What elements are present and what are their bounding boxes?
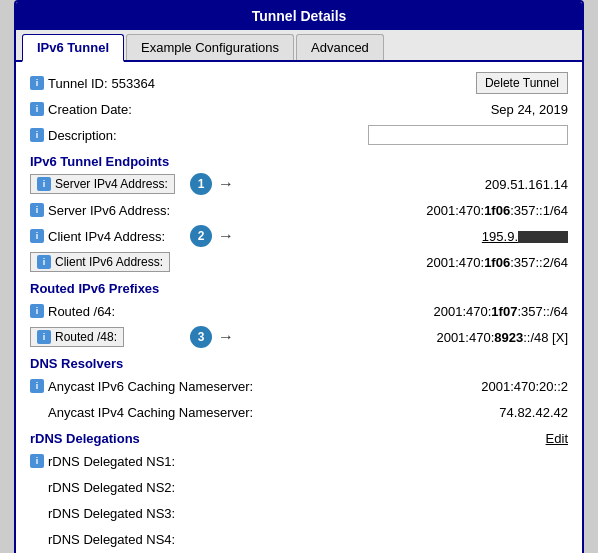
- tunnel-id-icon: i: [30, 76, 44, 90]
- dns-section-header: DNS Resolvers: [30, 356, 568, 371]
- creation-date-icon: i: [30, 102, 44, 116]
- tab-content: i Tunnel ID: 553364 Delete Tunnel i Crea…: [16, 62, 582, 553]
- client-ipv4-icon: i: [30, 229, 44, 243]
- circle-3: 3: [190, 326, 212, 348]
- routed-48-value: 2001:470:8923::/48 [X]: [240, 330, 568, 345]
- routed-64-icon: i: [30, 304, 44, 318]
- server-ipv4-label: Server IPv4 Address:: [55, 177, 168, 191]
- dns-ipv4-value: 74.82.42.42: [253, 405, 568, 420]
- rdns-ns2-label: rDNS Delegated NS2:: [48, 480, 175, 495]
- description-label: Description:: [48, 128, 117, 143]
- redacted-ip: [518, 231, 568, 243]
- routed-48-label: Routed /48:: [55, 330, 117, 344]
- rdns-ns3-label: rDNS Delegated NS3:: [48, 506, 175, 521]
- endpoints-section-header: IPv6 Tunnel Endpoints: [30, 154, 568, 169]
- routed-64-value: 2001:470:1f07:357::/64: [190, 304, 568, 319]
- client-ipv6-row: i Client IPv6 Address: 2001:470:1f06:357…: [30, 251, 568, 273]
- tunnel-id-value: 553364: [112, 76, 155, 91]
- routed-64-label: Routed /64:: [48, 304, 115, 319]
- tab-bar: IPv6 Tunnel Example Configurations Advan…: [16, 30, 582, 62]
- arrow-3: →: [218, 328, 234, 346]
- description-input[interactable]: [368, 125, 568, 145]
- rdns-section-header: rDNS Delegations: [30, 431, 140, 446]
- tab-example-configurations[interactable]: Example Configurations: [126, 34, 294, 60]
- dns-ipv6-icon: i: [30, 379, 44, 393]
- arrow-1: →: [218, 175, 234, 193]
- server-ipv6-row: i Server IPv6 Address: 2001:470:1f06:357…: [30, 199, 568, 221]
- tunnel-details-window: Tunnel Details IPv6 Tunnel Example Confi…: [14, 0, 584, 553]
- routed-48-icon: i: [37, 330, 51, 344]
- tunnel-id-label: Tunnel ID:: [48, 76, 108, 91]
- tab-advanced[interactable]: Advanced: [296, 34, 384, 60]
- tunnel-id-row: i Tunnel ID: 553364 Delete Tunnel: [30, 72, 568, 94]
- rdns-ns3-row: rDNS Delegated NS3:: [30, 502, 568, 524]
- creation-date-value: Sep 24, 2019: [210, 102, 568, 117]
- server-ipv6-label: Server IPv6 Address:: [48, 203, 170, 218]
- arrow-2: →: [218, 227, 234, 245]
- routed-48-row: i Routed /48: 3 → 2001:470:8923::/48 [X]: [30, 326, 568, 348]
- server-ipv6-value: 2001:470:1f06:357::1/64: [190, 203, 568, 218]
- server-ipv4-row: i Server IPv4 Address: 1 → 209.51.161.14: [30, 173, 568, 195]
- client-ipv4-row: i Client IPv4 Address: 2 → 195.9.: [30, 225, 568, 247]
- rdns-ns2-row: rDNS Delegated NS2:: [30, 476, 568, 498]
- rdns-ns1-label: rDNS Delegated NS1:: [48, 454, 175, 469]
- rdns-edit-link[interactable]: Edit: [546, 431, 568, 446]
- description-icon: i: [30, 128, 44, 142]
- rdns-ns4-row: rDNS Delegated NS4:: [30, 528, 568, 550]
- client-ipv4-label: Client IPv4 Address:: [48, 229, 165, 244]
- client-ipv6-value: 2001:470:1f06:357::2/64: [190, 255, 568, 270]
- tab-ipv6-tunnel[interactable]: IPv6 Tunnel: [22, 34, 124, 62]
- circle-1: 1: [190, 173, 212, 195]
- client-ipv6-icon: i: [37, 255, 51, 269]
- server-ipv4-box[interactable]: i Server IPv4 Address:: [30, 174, 175, 194]
- creation-date-row: i Creation Date: Sep 24, 2019: [30, 98, 568, 120]
- window-title: Tunnel Details: [16, 2, 582, 30]
- rdns-ns1-icon: i: [30, 454, 44, 468]
- rdns-ns4-label: rDNS Delegated NS4:: [48, 532, 175, 547]
- rdns-ns1-row: i rDNS Delegated NS1:: [30, 450, 568, 472]
- dns-ipv6-label: Anycast IPv6 Caching Nameserver:: [48, 379, 253, 394]
- dns-ipv6-row: i Anycast IPv6 Caching Nameserver: 2001:…: [30, 375, 568, 397]
- dns-ipv6-value: 2001:470:20::2: [253, 379, 568, 394]
- dns-ipv4-row: Anycast IPv4 Caching Nameserver: 74.82.4…: [30, 401, 568, 423]
- circle-2: 2: [190, 225, 212, 247]
- delete-tunnel-button[interactable]: Delete Tunnel: [476, 72, 568, 94]
- routed-64-row: i Routed /64: 2001:470:1f07:357::/64: [30, 300, 568, 322]
- server-ipv4-value: 209.51.161.14: [240, 177, 568, 192]
- server-ipv4-icon: i: [37, 177, 51, 191]
- creation-date-label: Creation Date:: [48, 102, 132, 117]
- client-ipv4-value: 195.9.: [240, 229, 568, 244]
- dns-ipv4-label: Anycast IPv4 Caching Nameserver:: [48, 405, 253, 420]
- rdns-header-row: rDNS Delegations Edit: [30, 431, 568, 446]
- routed-section-header: Routed IPv6 Prefixes: [30, 281, 568, 296]
- client-ipv6-box[interactable]: i Client IPv6 Address:: [30, 252, 170, 272]
- server-ipv6-icon: i: [30, 203, 44, 217]
- client-ipv6-label: Client IPv6 Address:: [55, 255, 163, 269]
- description-row: i Description:: [30, 124, 568, 146]
- routed-48-box[interactable]: i Routed /48:: [30, 327, 124, 347]
